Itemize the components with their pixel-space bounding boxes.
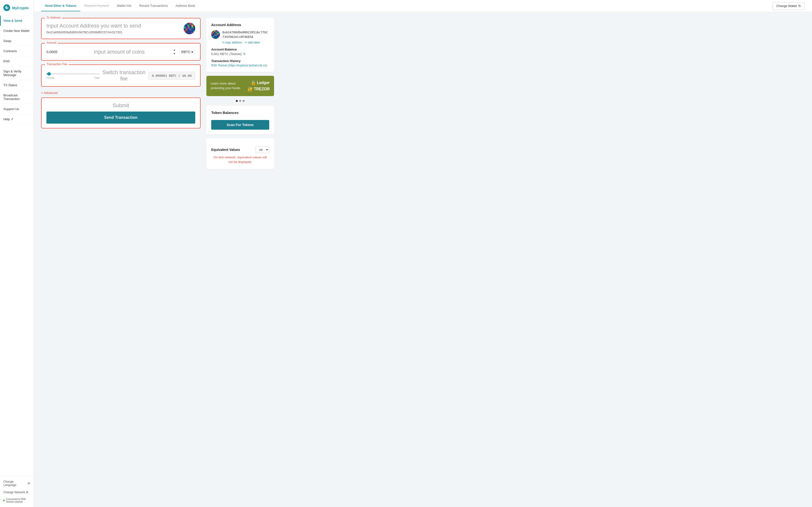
tx-history-link[interactable]: RSK Testnet (https://explorer.testnet.rs… xyxy=(211,64,269,67)
account-address-block: 0xA14708dDe80022051Ac7fbCf343962eCc0F468… xyxy=(222,30,269,44)
copy-address-link[interactable]: ⎘ copy address xyxy=(222,41,242,44)
token-label: RBTC xyxy=(181,50,191,54)
sidebar-item-support[interactable]: Support Us xyxy=(0,104,34,114)
account-card: Account Address xyxy=(206,18,274,72)
amount-down-button[interactable]: ▼ xyxy=(172,52,176,56)
account-balance-title: Account Balance xyxy=(211,48,269,51)
to-address-inner: Input Account Address you want to send 0… xyxy=(46,23,195,34)
to-address-value: 0xcCa060d3D6a5880A9d7BCc0938df0CD7AA3173… xyxy=(46,31,122,34)
svg-rect-12 xyxy=(191,26,193,29)
tab-wallet-info[interactable]: Wallet Info xyxy=(113,0,135,11)
settings-icon: ⚙ xyxy=(28,482,30,485)
trezor-logo: 🔐 TREZOR xyxy=(248,87,270,92)
svg-rect-31 xyxy=(211,38,213,39)
token-select[interactable]: RBTC ▾ xyxy=(179,49,195,55)
svg-rect-26 xyxy=(214,35,215,36)
svg-rect-23 xyxy=(217,30,218,32)
svg-rect-4 xyxy=(186,23,188,24)
ledger-banner[interactable]: Learn more about protecting your funds. … xyxy=(206,76,274,96)
app-name: MyCrypto xyxy=(12,6,29,10)
banner-dot-3[interactable] xyxy=(243,100,245,102)
to-address-avatar xyxy=(184,23,195,34)
sidebar-item-broadcast[interactable]: Broadcast Transaction xyxy=(0,90,34,104)
account-identicon xyxy=(211,30,220,39)
svg-rect-16 xyxy=(191,32,193,34)
fast-label: Fast xyxy=(95,76,100,79)
svg-rect-20 xyxy=(213,32,214,33)
fee-inner: Cheap Fast Switch transaction fee 0.0000… xyxy=(46,69,195,82)
svg-rect-9 xyxy=(186,29,188,31)
svg-rect-3 xyxy=(184,23,186,24)
tabs-list: Send Ether & Tokens Request Payment Wall… xyxy=(41,0,199,11)
svg-rect-5 xyxy=(188,24,190,26)
amount-placeholder: Input amount of coins xyxy=(66,49,172,55)
chevron-down-icon: ▾ xyxy=(191,50,193,54)
sidebar-item-ens[interactable]: ENS xyxy=(0,56,34,66)
sidebar-item-tx-status[interactable]: TX Status xyxy=(0,80,34,90)
fee-slider-thumb[interactable] xyxy=(47,72,51,75)
tab-address-book[interactable]: Address Book xyxy=(172,0,199,11)
sidebar-item-sign-verify[interactable]: Sign & Verify Message xyxy=(0,66,34,80)
amount-section: Amount 0.0005 Input amount of coins ▲ ▼ … xyxy=(41,43,201,61)
svg-rect-27 xyxy=(217,33,218,35)
sidebar-item-contracts[interactable]: Contracts xyxy=(0,46,34,56)
banner-dots xyxy=(206,100,274,102)
equivalent-row: Equivalent Values All xyxy=(211,147,269,153)
account-address-row: 0xA14708dDe80022051Ac7fbCf343962eCc0F468… xyxy=(211,30,269,44)
amount-controls: ▲ ▼ xyxy=(172,48,176,55)
tabs-bar: Send Ether & Tokens Request Payment Wall… xyxy=(34,0,812,12)
svg-rect-29 xyxy=(215,35,217,36)
trezor-icon: 🔐 xyxy=(248,87,253,92)
change-wallet-button[interactable]: Change Wallet ↻ xyxy=(773,2,805,10)
svg-rect-19 xyxy=(211,30,213,32)
amount-value: 0.0005 xyxy=(46,48,63,56)
sidebar-item-view-send[interactable]: View & Send xyxy=(0,16,34,26)
logo-area: MyCrypto xyxy=(0,0,34,16)
add-label-link[interactable]: ✏ add label xyxy=(245,41,260,44)
tab-request-payment: Request Payment xyxy=(80,0,113,11)
amount-label: Amount xyxy=(45,41,58,44)
to-address-placeholder: Input Account Address you want to send xyxy=(46,23,181,29)
form-panel: To Address Input Account Address you wan… xyxy=(41,18,201,501)
fee-slider-track[interactable] xyxy=(46,73,100,74)
account-address-actions: ⎘ copy address ✏ add label xyxy=(222,41,269,44)
change-network[interactable]: Change Network ⚙ xyxy=(0,489,34,496)
right-panel: Account Address xyxy=(206,18,274,501)
network-dot xyxy=(3,500,5,501)
sidebar-item-create-wallet[interactable]: Create New Wallet xyxy=(0,26,34,36)
svg-rect-22 xyxy=(215,32,217,33)
svg-rect-17 xyxy=(193,31,195,32)
account-avatar-svg xyxy=(211,30,220,39)
banner-dot-2[interactable] xyxy=(239,100,241,102)
banner-text: Learn more about protecting your funds. xyxy=(211,81,248,90)
sidebar: MyCrypto View & Send Create New Wallet S… xyxy=(0,0,34,507)
submit-section: Submit Send Transaction xyxy=(41,98,201,128)
main-area: Send Ether & Tokens Request Payment Wall… xyxy=(34,0,812,507)
refresh-icon: ↻ xyxy=(798,4,801,8)
banner-dot-1[interactable] xyxy=(236,100,238,102)
svg-rect-25 xyxy=(211,33,213,35)
amount-up-button[interactable]: ▲ xyxy=(172,48,176,52)
sidebar-item-swap[interactable]: Swap xyxy=(0,36,34,46)
svg-rect-15 xyxy=(188,31,190,32)
network-status: Connected to RSK Testnet network xyxy=(0,496,34,505)
tab-recent-transactions[interactable]: Recent Transactions xyxy=(135,0,172,11)
fee-placeholder: Switch transaction fee xyxy=(102,69,146,82)
account-address-text: 0xA14708dDe80022051Ac7fbCf343962eCc0F468… xyxy=(222,30,269,39)
pencil-icon: ✏ xyxy=(245,41,247,44)
svg-point-1 xyxy=(6,7,7,8)
equivalent-warning: On test network, equivalent values will … xyxy=(211,155,269,164)
change-language[interactable]: Change Language ⚙ xyxy=(0,478,34,489)
token-balances-card: Token Balances Scan For Tokens xyxy=(206,106,274,134)
tab-send-ether[interactable]: Send Ether & Tokens xyxy=(41,0,80,11)
advanced-link[interactable]: + Advanced xyxy=(41,91,201,95)
banner-logos: 🔒 Ledger 🔐 TREZOR xyxy=(248,80,270,92)
equivalent-select[interactable]: All xyxy=(255,147,269,153)
sidebar-item-help[interactable]: Help ↗ xyxy=(0,114,34,124)
send-transaction-button[interactable]: Send Transaction xyxy=(46,112,195,124)
to-address-label: To Address xyxy=(45,16,62,19)
token-balances-title: Token Balances xyxy=(211,111,269,115)
balance-refresh-button[interactable]: ↻ xyxy=(243,52,246,56)
content-area: To Address Input Account Address you wan… xyxy=(34,12,812,507)
scan-tokens-button[interactable]: Scan For Tokens xyxy=(211,120,269,130)
